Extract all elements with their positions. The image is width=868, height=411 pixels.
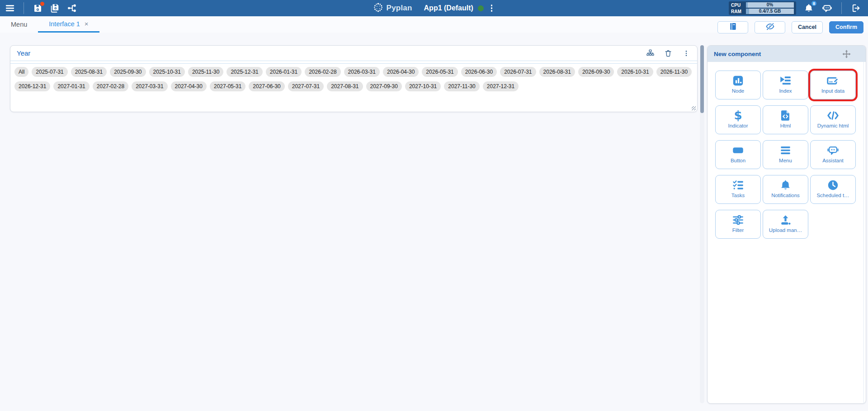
- confirm-button[interactable]: Confirm: [829, 21, 863, 33]
- cancel-button[interactable]: Cancel: [792, 21, 823, 33]
- resize-handle[interactable]: [692, 106, 696, 110]
- year-chip[interactable]: 2025-11-30: [188, 67, 224, 77]
- year-chip[interactable]: 2026-05-31: [422, 67, 458, 77]
- brand: Pyplan: [373, 2, 412, 14]
- year-chip[interactable]: 2027-08-31: [327, 81, 363, 91]
- topbar-left: [0, 2, 77, 14]
- year-chip[interactable]: 2026-03-31: [344, 67, 380, 77]
- panel-divider: [10, 61, 697, 64]
- year-chip[interactable]: 2027-12-31: [483, 81, 519, 91]
- filter-icon: [732, 214, 744, 226]
- component-node[interactable]: Node: [715, 71, 761, 99]
- year-chip[interactable]: 2026-08-31: [539, 67, 575, 77]
- app-menu-kebab-icon[interactable]: [488, 3, 495, 14]
- book-button[interactable]: [717, 21, 748, 33]
- component-label: Input data: [821, 88, 844, 94]
- year-chip[interactable]: 2026-02-28: [305, 67, 340, 77]
- panel-actions: [646, 49, 691, 58]
- cpu-label: CPU: [731, 3, 744, 8]
- year-chip[interactable]: 2026-04-30: [383, 67, 419, 77]
- chip-all[interactable]: All: [14, 67, 28, 77]
- bell-icon[interactable]: 8: [803, 3, 814, 14]
- year-chip[interactable]: 2026-07-31: [500, 67, 536, 77]
- hamburger-icon[interactable]: [5, 3, 15, 14]
- dynamic-html-icon: [827, 109, 839, 122]
- year-panel-header: Year: [10, 46, 697, 61]
- component-upload-man[interactable]: Upload man…: [763, 210, 808, 239]
- year-chip[interactable]: 2026-10-31: [617, 67, 653, 77]
- year-chip[interactable]: 2026-01-31: [266, 67, 302, 77]
- tabbar: Menu Interface 1 × Cancel Confirm: [0, 16, 868, 33]
- node-icon: [732, 75, 744, 87]
- kebab-icon[interactable]: [682, 49, 691, 58]
- cpu-value: 0%: [746, 2, 794, 8]
- component-index[interactable]: Index: [763, 71, 808, 99]
- component-tasks[interactable]: Tasks: [715, 175, 761, 204]
- app-status-dot: [478, 5, 484, 11]
- year-chip[interactable]: 2027-11-30: [444, 81, 480, 91]
- year-panel: Year All2025-07-312025-08-312025-09-3020…: [10, 45, 698, 112]
- assistant-icon: [827, 144, 839, 156]
- year-chip[interactable]: 2026-11-30: [656, 67, 692, 77]
- component-label: Scheduled t…: [816, 193, 849, 198]
- component-label: Upload man…: [769, 227, 802, 233]
- save-icon[interactable]: [32, 3, 43, 14]
- tab-interface-1-label: Interface 1: [49, 20, 80, 28]
- component-assistant[interactable]: Assistant: [810, 140, 856, 169]
- system-monitor: CPU 0% RAM 0.4/7.5 GB: [729, 1, 796, 15]
- component-input-data[interactable]: Input data: [810, 71, 856, 99]
- component-notifications[interactable]: Notifications: [763, 175, 808, 204]
- year-chip[interactable]: 2027-05-31: [210, 81, 245, 91]
- ram-value: 0.4/7.5 GB: [746, 9, 794, 14]
- component-dynamic-html[interactable]: Dynamic html: [810, 105, 856, 134]
- year-chip[interactable]: 2025-09-30: [110, 67, 146, 77]
- unsaved-changes-dot: [40, 2, 44, 6]
- ram-label: RAM: [731, 9, 744, 14]
- year-chip[interactable]: 2025-08-31: [71, 67, 107, 77]
- year-chip[interactable]: 2025-10-31: [149, 67, 185, 77]
- hide-preview-button[interactable]: [755, 21, 785, 33]
- logout-icon[interactable]: [851, 3, 862, 14]
- year-chip[interactable]: 2027-01-31: [53, 81, 89, 91]
- notifications-icon: [779, 179, 792, 191]
- save-all-icon[interactable]: [49, 3, 60, 14]
- year-chip[interactable]: 2025-07-31: [32, 67, 67, 77]
- scrollbar-thumb[interactable]: [700, 45, 704, 113]
- assistant-icon[interactable]: [821, 3, 832, 14]
- sidebar-title: New component: [714, 51, 761, 57]
- book-icon: [729, 22, 737, 33]
- sidebar-header: New component: [708, 46, 866, 62]
- year-chip[interactable]: 2027-04-30: [171, 81, 207, 91]
- trash-icon[interactable]: [664, 49, 673, 58]
- hierarchy-icon[interactable]: [646, 49, 655, 58]
- year-chip[interactable]: 2026-09-30: [578, 67, 614, 77]
- upload-manager-icon: [779, 214, 792, 226]
- model-icon[interactable]: [66, 3, 77, 14]
- tab-menu[interactable]: Menu: [0, 16, 38, 33]
- year-chip[interactable]: 2027-02-28: [93, 81, 128, 91]
- component-indicator[interactable]: $Indicator: [715, 105, 761, 134]
- component-button[interactable]: Button: [715, 140, 761, 169]
- year-chip[interactable]: 2026-12-31: [14, 81, 50, 91]
- year-chip[interactable]: 2027-10-31: [405, 81, 441, 91]
- component-menu[interactable]: Menu: [763, 140, 808, 169]
- year-chip[interactable]: 2027-06-30: [249, 81, 284, 91]
- tab-interface-1[interactable]: Interface 1 ×: [38, 16, 99, 33]
- component-scheduled-t[interactable]: Scheduled t…: [810, 175, 856, 204]
- year-chip[interactable]: 2025-12-31: [226, 67, 262, 77]
- tab-close-icon[interactable]: ×: [85, 20, 89, 27]
- year-chip[interactable]: 2027-07-31: [288, 81, 324, 91]
- year-chip[interactable]: 2027-03-31: [132, 81, 167, 91]
- chips-container: All2025-07-312025-08-312025-09-302025-10…: [10, 64, 697, 94]
- year-chip[interactable]: 2027-09-30: [366, 81, 402, 91]
- component-filter[interactable]: Filter: [715, 210, 761, 239]
- notification-badge: 8: [811, 0, 817, 7]
- move-icon[interactable]: [842, 49, 851, 59]
- component-label: Button: [731, 158, 745, 163]
- component-html[interactable]: Html: [763, 105, 808, 134]
- brand-name: Pyplan: [387, 4, 412, 13]
- ram-row: RAM 0.4/7.5 GB: [731, 9, 794, 14]
- year-chip[interactable]: 2026-06-30: [461, 67, 497, 77]
- tab-menu-label: Menu: [11, 21, 27, 28]
- component-label: Indicator: [728, 123, 748, 128]
